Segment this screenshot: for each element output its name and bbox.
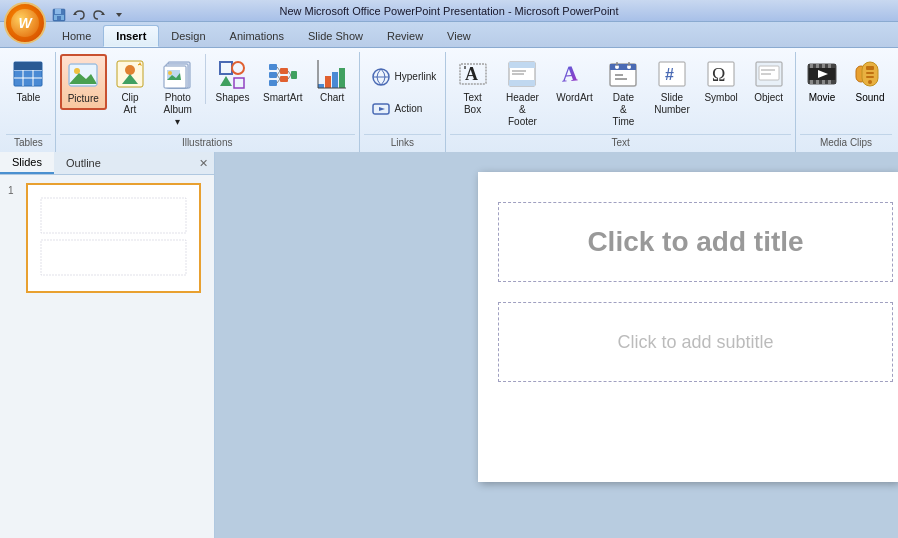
undo-quick-btn[interactable] bbox=[70, 6, 88, 24]
group-links: Hyperlink Action Links bbox=[360, 52, 447, 152]
symbol-icon: Ω bbox=[705, 58, 737, 90]
svg-line-43 bbox=[288, 75, 291, 79]
tab-home[interactable]: Home bbox=[50, 25, 103, 47]
svg-marker-6 bbox=[116, 13, 122, 17]
symbol-button[interactable]: Ω Symbol bbox=[698, 54, 744, 108]
movie-icon bbox=[806, 58, 838, 90]
svg-rect-14 bbox=[33, 62, 42, 70]
hyperlink-button[interactable]: Hyperlink bbox=[364, 62, 444, 92]
tab-slideshow[interactable]: Slide Show bbox=[296, 25, 375, 47]
svg-text:A: A bbox=[562, 60, 578, 86]
slide-canvas[interactable]: Click to add title Click to add subtitle bbox=[478, 172, 898, 482]
svg-marker-31 bbox=[234, 78, 244, 88]
quick-access-dropdown[interactable] bbox=[110, 6, 128, 24]
redo-quick-btn[interactable] bbox=[90, 6, 108, 24]
picture-label: Picture bbox=[68, 93, 99, 105]
svg-rect-94 bbox=[866, 72, 874, 74]
shapes-label: Shapes bbox=[216, 92, 250, 104]
wordart-button[interactable]: A WordArt bbox=[550, 54, 599, 108]
group-tables: Table Tables bbox=[2, 52, 56, 152]
slide-title-box[interactable]: Click to add title bbox=[498, 202, 893, 282]
header-footer-icon bbox=[506, 58, 538, 90]
save-quick-btn[interactable] bbox=[50, 6, 68, 24]
hyperlink-label: Hyperlink bbox=[395, 71, 437, 83]
action-button[interactable]: Action bbox=[364, 94, 430, 124]
svg-marker-53 bbox=[379, 107, 385, 111]
svg-rect-37 bbox=[291, 71, 297, 79]
svg-rect-86 bbox=[810, 80, 813, 84]
header-footer-button[interactable]: Header & Footer bbox=[497, 54, 548, 132]
slide-panel-close[interactable]: ✕ bbox=[193, 152, 214, 174]
smartart-label: SmartArt bbox=[263, 92, 302, 104]
tab-insert[interactable]: Insert bbox=[103, 25, 159, 47]
object-icon bbox=[753, 58, 785, 90]
tab-design[interactable]: Design bbox=[159, 25, 217, 47]
svg-rect-64 bbox=[610, 64, 636, 70]
svg-rect-82 bbox=[810, 64, 813, 68]
picture-button[interactable]: Picture bbox=[60, 54, 107, 110]
svg-point-96 bbox=[868, 80, 872, 84]
clip-art-label: Clip Art bbox=[121, 92, 138, 116]
tab-animations[interactable]: Animations bbox=[218, 25, 296, 47]
outline-tab[interactable]: Outline bbox=[54, 152, 113, 174]
office-button[interactable]: W bbox=[4, 2, 46, 44]
media-clips-group-label: Media Clips bbox=[800, 134, 892, 150]
shapes-button[interactable]: Shapes bbox=[209, 54, 256, 108]
text-box-label: Text Box bbox=[463, 92, 481, 116]
tables-group-label: Tables bbox=[6, 134, 51, 150]
group-illustrations: Picture Clip Art bbox=[56, 52, 360, 152]
slide-subtitle-box[interactable]: Click to add subtitle bbox=[498, 302, 893, 382]
slides-tab[interactable]: Slides bbox=[0, 152, 54, 174]
photo-album-button[interactable]: Photo Album ▾ bbox=[153, 54, 202, 132]
svg-rect-59 bbox=[509, 80, 535, 86]
tab-view[interactable]: View bbox=[435, 25, 483, 47]
svg-rect-58 bbox=[509, 62, 535, 68]
sound-button[interactable]: Sound bbox=[848, 54, 892, 108]
text-group-label: Text bbox=[450, 134, 791, 150]
slide-number-icon: # bbox=[656, 58, 688, 90]
object-button[interactable]: Object bbox=[746, 54, 791, 108]
svg-text:#: # bbox=[665, 66, 674, 83]
smartart-button[interactable]: SmartArt bbox=[257, 54, 309, 108]
office-logo: W bbox=[18, 15, 31, 31]
group-text: A Text Box bbox=[446, 52, 796, 152]
sound-label: Sound bbox=[856, 92, 885, 104]
svg-rect-87 bbox=[816, 80, 819, 84]
text-box-button[interactable]: A Text Box bbox=[450, 54, 495, 120]
svg-rect-28 bbox=[220, 62, 232, 74]
movie-button[interactable]: Movie bbox=[800, 54, 844, 108]
group-media-clips: Movie Sound bbox=[796, 52, 896, 152]
svg-rect-45 bbox=[325, 76, 331, 88]
svg-line-41 bbox=[277, 79, 280, 83]
slide-title-placeholder: Click to add title bbox=[587, 226, 803, 258]
chart-button[interactable]: Chart bbox=[310, 54, 355, 108]
date-time-icon bbox=[607, 58, 639, 90]
date-time-button[interactable]: Date & Time bbox=[601, 54, 646, 132]
table-label: Table bbox=[16, 92, 40, 104]
text-box-icon: A bbox=[457, 58, 489, 90]
slide-panel: Slides Outline ✕ 1 bbox=[0, 152, 215, 538]
svg-rect-89 bbox=[828, 80, 831, 84]
svg-rect-33 bbox=[269, 72, 277, 78]
clip-art-button[interactable]: Clip Art bbox=[108, 54, 153, 120]
wordart-label: WordArt bbox=[556, 92, 593, 104]
svg-rect-34 bbox=[269, 80, 277, 86]
table-button[interactable]: Table bbox=[6, 54, 51, 108]
svg-line-38 bbox=[277, 67, 280, 71]
slide-thumb-image[interactable] bbox=[26, 183, 201, 293]
svg-rect-36 bbox=[280, 76, 288, 82]
picture-icon bbox=[67, 59, 99, 91]
slide-number-indicator: 1 bbox=[8, 185, 20, 196]
main-area: Slides Outline ✕ 1 Click to add bbox=[0, 152, 898, 538]
slides-list: 1 bbox=[0, 175, 214, 538]
slide-number-button[interactable]: # Slide Number bbox=[648, 54, 696, 120]
svg-rect-44 bbox=[318, 84, 324, 88]
svg-rect-83 bbox=[816, 64, 819, 68]
svg-rect-3 bbox=[57, 16, 61, 20]
slide-thumbnail-1: 1 bbox=[8, 183, 206, 293]
svg-rect-76 bbox=[759, 66, 779, 80]
svg-rect-97 bbox=[31, 188, 196, 288]
svg-text:Ω: Ω bbox=[712, 65, 725, 85]
tab-review[interactable]: Review bbox=[375, 25, 435, 47]
wordart-icon: A bbox=[558, 58, 590, 90]
